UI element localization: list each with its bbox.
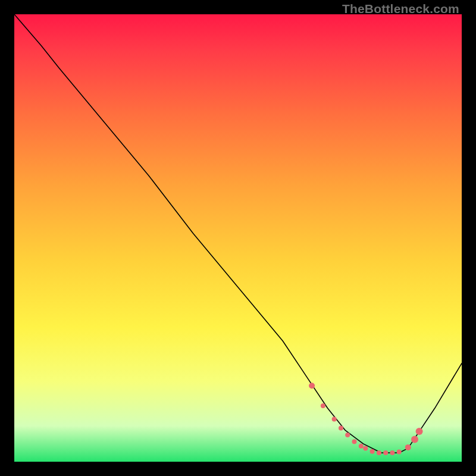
highlight-dots xyxy=(309,383,423,455)
bottleneck-plot xyxy=(14,14,462,462)
highlight-dot xyxy=(416,428,423,435)
highlight-dot xyxy=(309,383,315,389)
highlight-dot xyxy=(370,449,375,454)
highlight-dot xyxy=(383,450,388,455)
highlight-dot xyxy=(332,417,337,422)
highlight-dot xyxy=(339,426,343,431)
highlight-dot xyxy=(321,403,325,408)
highlight-dot xyxy=(411,436,418,443)
highlight-dot xyxy=(359,444,364,449)
highlight-dot xyxy=(363,446,368,450)
highlight-dot xyxy=(345,433,350,437)
highlight-dot xyxy=(390,450,394,455)
chart-area xyxy=(14,14,462,462)
highlight-dot xyxy=(397,450,402,455)
highlight-dot xyxy=(405,444,411,450)
highlight-dot xyxy=(352,439,357,444)
watermark-text: TheBottleneck.com xyxy=(342,2,459,16)
highlight-dot xyxy=(377,450,381,455)
bottleneck-curve xyxy=(14,14,462,453)
